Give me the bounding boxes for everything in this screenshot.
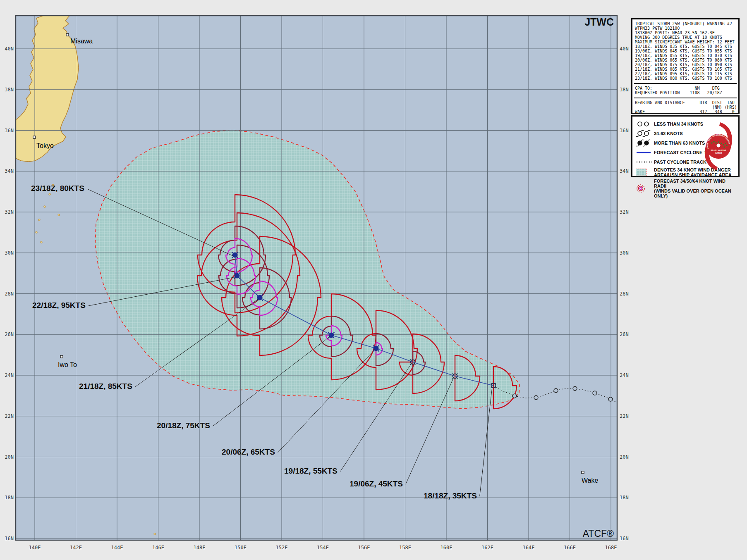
city-label: Tokyo	[36, 142, 54, 149]
separator	[634, 98, 737, 98]
axis-label-lat: 38N	[5, 87, 14, 93]
danger-area-icon	[636, 169, 646, 176]
axis-label-lon: 144E	[111, 545, 123, 550]
ts-symbol-icon	[636, 129, 654, 138]
axis-label-lat: 36N	[620, 128, 629, 133]
warning-text-box: TROPICAL STORM 25W (NEOGURI) WARNING #2W…	[631, 18, 740, 114]
axis-label-lat: 24N	[620, 372, 629, 378]
warning-line: 18/18Z, WINDS 035 KTS, GUSTS TO 045 KTS	[635, 44, 736, 49]
axis-label-lat: 40N	[620, 46, 629, 52]
warning-line: 20/06Z, WINDS 065 KTS, GUSTS TO 080 KTS	[635, 58, 736, 62]
wind-radii-icon	[636, 184, 654, 193]
axis-label-lat: 30N	[5, 250, 14, 256]
city-marker	[66, 33, 69, 36]
axis-label-lon: 146E	[152, 545, 164, 550]
axis-label-lon: 150E	[235, 545, 247, 550]
axis-label-lon: 148E	[194, 545, 206, 550]
island	[38, 219, 40, 221]
axis-label-lon: 158E	[399, 545, 411, 550]
warning-line: MOVING 300 DEGREES TRUE AT 10 KNOTS	[635, 35, 736, 40]
legend-item-label: FORECAST 34/50/64 KNOT WIND RADII(WINDS …	[654, 179, 736, 198]
warning-line: 19/06Z, WINDS 045 KTS, GUSTS TO 055 KTS	[635, 49, 736, 53]
axis-label-lat: 16N	[620, 536, 629, 541]
axis-label-lat: 34N	[5, 168, 14, 174]
axis-label-lat: 36N	[5, 128, 14, 133]
axis-label-lat: 26N	[5, 331, 14, 337]
forecast-point-label: 22/18Z, 95KTS	[32, 301, 86, 310]
legend-item-label: MORE THAN 63 KNOTS	[654, 141, 705, 145]
city-marker	[33, 136, 36, 138]
island	[58, 214, 60, 216]
axis-label-lat: 22N	[620, 413, 629, 419]
axis-label-lat: 20N	[620, 454, 629, 460]
axis-label-lon: 156E	[358, 545, 370, 550]
axis-label-lat: 18N	[620, 495, 629, 500]
past-position-icon	[608, 397, 613, 401]
island	[49, 193, 50, 195]
cpa-section: CPA TO: NM DTGREQUESTED POSITION 1108 20…	[635, 86, 736, 95]
city-label: Wake	[582, 477, 598, 484]
bearing-section: BEARING AND DISTANCE DIR DIST TAU (NM) (…	[635, 100, 736, 114]
typhoon-symbol-icon	[636, 139, 654, 147]
axis-label-lon: 154E	[317, 545, 329, 550]
forecast-point-label: 20/06Z, 65KTS	[222, 448, 275, 456]
axis-label-lat: 20N	[5, 454, 14, 460]
axis-label-lat: 30N	[620, 250, 629, 256]
axis-label-lat: 22N	[5, 413, 14, 419]
axis-label-lon: 140E	[29, 545, 41, 550]
legend-box: LESS THAN 34 KNOTS34-63 KNOTSMORE THAN 6…	[631, 115, 740, 177]
axis-label-lon: 168E	[605, 545, 617, 550]
axis-label-lon: 166E	[564, 545, 576, 550]
danger-area-icon	[636, 169, 654, 176]
warning-line: 21/18Z, WINDS 085 KTS, GUSTS TO 105 KTS	[635, 67, 736, 71]
axis-label-lat: 34N	[620, 168, 629, 174]
logo-text: PEARL HARBOR	[711, 150, 727, 152]
axis-label-lon: 152E	[276, 545, 288, 550]
axis-label-lat: 40N	[5, 46, 14, 52]
warning-line: TROPICAL STORM 25W (NEOGURI) WARNING #2	[635, 21, 736, 26]
map-watermark-jtwc: JTWC	[584, 16, 614, 28]
axis-label-lat: 28N	[5, 291, 14, 297]
separator	[634, 83, 737, 84]
cpa-line: REQUESTED POSITION 1108 20/18Z	[635, 91, 736, 95]
past-position-icon	[593, 391, 597, 395]
bearing-line: (NM) (HRS)	[635, 105, 736, 110]
axis-label-lat: 32N	[620, 209, 629, 215]
past-position-icon	[554, 388, 558, 393]
forecast-point-label: 20/18Z, 75KTS	[157, 421, 210, 430]
warning-line: 20/18Z, WINDS 075 KTS, GUSTS TO 090 KTS	[635, 62, 736, 67]
island	[44, 206, 45, 207]
forecast-point-label: 21/18Z, 85KTS	[79, 382, 132, 391]
axis-label-lat: 38N	[620, 87, 629, 93]
axis-label-lon: 164E	[523, 545, 535, 550]
legend-item-label: LESS THAN 34 KNOTS	[654, 122, 703, 126]
warning-line: 23/18Z, WINDS 080 KTS, GUSTS TO 100 KTS	[635, 76, 736, 81]
island	[41, 241, 42, 243]
bearing-line: BEARING AND DISTANCE DIR DIST TAU	[635, 100, 736, 105]
warning-line: WTPN33 PGTW 182100	[635, 26, 736, 31]
city-marker	[582, 471, 584, 474]
svg-text:HAWAII: HAWAII	[715, 152, 722, 154]
warning-lines: TROPICAL STORM 25W (NEOGURI) WARNING #2W…	[635, 21, 736, 81]
axis-label-lon: 142E	[70, 545, 82, 550]
forecast-point-label: 23/18Z, 80KTS	[31, 184, 84, 193]
forecast-point-label: 19/18Z, 55KTS	[284, 467, 338, 475]
past-position-icon	[512, 394, 517, 398]
forecast-point-label: 19/06Z, 45KTS	[350, 479, 403, 488]
axis-label-lat: 28N	[620, 291, 629, 297]
axis-label-lat: 26N	[620, 331, 629, 337]
past-position-icon	[573, 386, 577, 391]
past-position-icon	[534, 396, 538, 400]
bearing-line: WAKE 317 348 0	[635, 110, 736, 114]
warning-line: MAXIMUM SIGNIFICANT WAVE HEIGHT: 12 FEET	[635, 40, 736, 44]
warning-line: 19/18Z, WINDS 055 KTS, GUSTS TO 070 KTS	[635, 53, 736, 58]
legend-item-label: 34-63 KNOTS	[654, 131, 683, 136]
axis-label-lat: 32N	[5, 209, 14, 215]
cpa-line: CPA TO: NM DTG	[635, 86, 736, 91]
map-watermark-atcf: ATCF®	[583, 528, 614, 539]
lt34-symbol-icon	[636, 120, 654, 128]
axis-label-lat: 24N	[5, 372, 14, 378]
island	[36, 231, 37, 233]
legend-item: FORECAST 34/50/64 KNOT WIND RADII(WINDS …	[636, 179, 736, 198]
axis-label-lat: 18N	[5, 495, 14, 500]
